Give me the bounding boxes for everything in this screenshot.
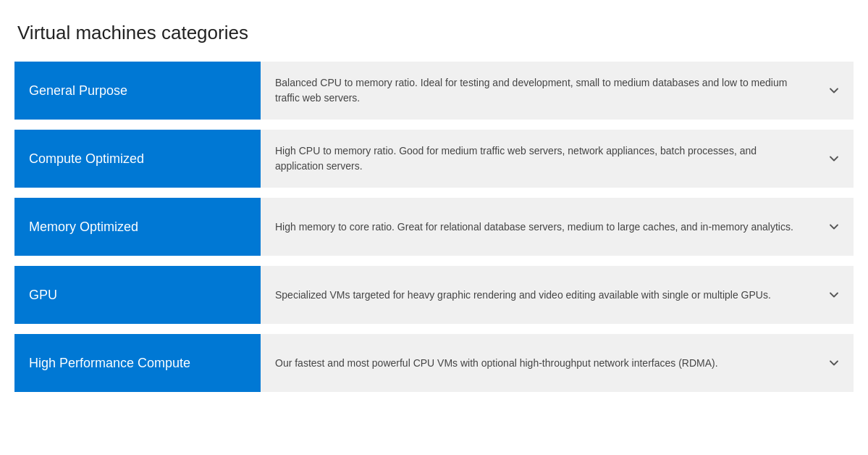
category-label-high-performance-compute: High Performance Compute	[14, 334, 261, 392]
chevron-down-icon	[827, 220, 840, 233]
category-label-compute-optimized: Compute Optimized	[14, 130, 261, 188]
category-row-gpu[interactable]: GPUSpecialized VMs targeted for heavy gr…	[14, 266, 854, 324]
category-row-compute-optimized[interactable]: Compute OptimizedHigh CPU to memory rati…	[14, 130, 854, 188]
page-title: Virtual machines categories	[14, 22, 854, 44]
chevron-down-icon	[827, 84, 840, 97]
category-description-compute-optimized: High CPU to memory ratio. Good for mediu…	[261, 130, 814, 188]
category-list: General PurposeBalanced CPU to memory ra…	[14, 62, 854, 392]
category-label-general-purpose: General Purpose	[14, 62, 261, 120]
chevron-button-gpu[interactable]	[814, 266, 854, 324]
category-row-general-purpose[interactable]: General PurposeBalanced CPU to memory ra…	[14, 62, 854, 120]
category-description-memory-optimized: High memory to core ratio. Great for rel…	[261, 198, 814, 256]
category-row-high-performance-compute[interactable]: High Performance ComputeOur fastest and …	[14, 334, 854, 392]
category-label-gpu: GPU	[14, 266, 261, 324]
category-description-gpu: Specialized VMs targeted for heavy graph…	[261, 266, 814, 324]
category-label-memory-optimized: Memory Optimized	[14, 198, 261, 256]
chevron-button-compute-optimized[interactable]	[814, 130, 854, 188]
category-description-high-performance-compute: Our fastest and most powerful CPU VMs wi…	[261, 334, 814, 392]
chevron-button-high-performance-compute[interactable]	[814, 334, 854, 392]
chevron-button-memory-optimized[interactable]	[814, 198, 854, 256]
chevron-down-icon	[827, 356, 840, 370]
chevron-down-icon	[827, 152, 840, 165]
chevron-button-general-purpose[interactable]	[814, 62, 854, 120]
category-description-general-purpose: Balanced CPU to memory ratio. Ideal for …	[261, 62, 814, 120]
chevron-down-icon	[827, 288, 840, 301]
category-row-memory-optimized[interactable]: Memory OptimizedHigh memory to core rati…	[14, 198, 854, 256]
